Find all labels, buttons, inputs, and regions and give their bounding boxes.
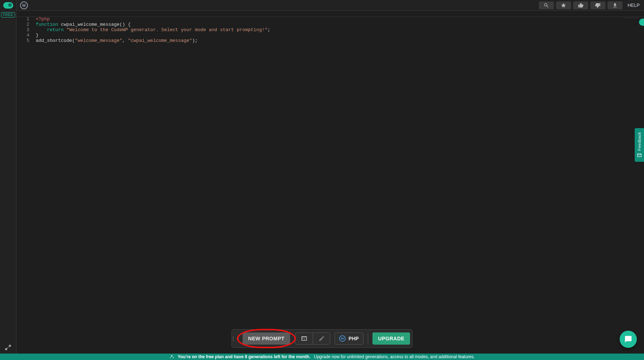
token: cwpai_welcome_message() { [58, 22, 131, 27]
pencil-icon [318, 335, 325, 342]
token: ); [192, 38, 198, 43]
banner-text: Upgrade now for unlimited generations, a… [314, 354, 475, 359]
line-number: 2 [16, 22, 29, 27]
feedback-label: Feedback [637, 132, 641, 151]
chat-fab[interactable] [620, 331, 637, 348]
plan-banner[interactable]: You're on the free plan and have 8 gener… [0, 354, 644, 360]
sparkle-icon [169, 354, 174, 359]
token-keyword: return [47, 27, 64, 33]
minimap: ·········· [625, 16, 638, 20]
mode-label: PHP [348, 336, 359, 341]
token-string: "welcome_message" [75, 38, 122, 43]
token-punct: ; [268, 27, 270, 33]
line-number: 3 [16, 27, 29, 33]
code-editor[interactable]: 1 2 3 4 5 <?php function cwpai_welcome_m… [16, 11, 644, 354]
left-rail: FREE [0, 11, 16, 354]
bottom-toolbar: ⋮⋮ NEW PROMPT W PHP UPGRADE [231, 329, 413, 348]
line-gutter: 1 2 3 4 5 [16, 16, 34, 43]
fullscreen-toggle[interactable] [4, 344, 12, 351]
favorite-button[interactable] [556, 1, 571, 9]
search-button[interactable] [539, 1, 554, 9]
drag-handle-icon[interactable]: ⋮⋮ [234, 336, 238, 341]
token-space [64, 27, 67, 33]
line-number: 5 [16, 38, 29, 43]
mode-selector[interactable]: W PHP [335, 332, 364, 345]
download-button[interactable] [608, 1, 623, 9]
divider [368, 333, 368, 344]
token: } [36, 33, 39, 38]
line-number: 1 [16, 16, 29, 22]
token-string: "Welcome to the CodeWP generator. Select… [67, 27, 268, 33]
edit-button[interactable] [313, 333, 330, 344]
feedback-icon [637, 153, 642, 158]
token-string: "cwpai_welcome_message" [128, 38, 192, 43]
token-indent [36, 27, 47, 33]
expand-icon [4, 344, 12, 351]
terminal-button[interactable] [296, 333, 313, 344]
codewp-logo[interactable] [0, 0, 16, 11]
terminal-icon [301, 335, 307, 342]
thumbs-down-button[interactable] [590, 1, 605, 9]
search-icon [543, 3, 549, 8]
header-left: W [0, 0, 31, 10]
new-prompt-highlight: NEW PROMPT [242, 332, 291, 345]
wordpress-icon: W [339, 335, 346, 342]
tool-segment [295, 332, 330, 345]
token: , [122, 38, 128, 43]
banner-bold: You're on the free plan and have 8 gener… [178, 354, 311, 359]
thumbs-up-button[interactable] [573, 1, 588, 9]
top-header: W HELP [0, 0, 644, 11]
plan-badge: FREE [1, 12, 15, 18]
header-actions: HELP [539, 1, 643, 9]
side-accent [639, 19, 644, 26]
help-link[interactable]: HELP [625, 3, 643, 8]
line-number: 4 [16, 33, 29, 38]
token-keyword: function [36, 22, 58, 27]
download-icon [612, 3, 618, 8]
token: add_shortcode( [36, 38, 75, 43]
star-icon [561, 3, 566, 8]
new-prompt-button[interactable]: NEW PROMPT [243, 332, 290, 345]
upgrade-button[interactable]: UPGRADE [372, 332, 410, 345]
chat-icon [624, 335, 632, 343]
code-body[interactable]: <?php function cwpai_welcome_message() {… [36, 16, 640, 43]
wordpress-icon[interactable]: W [17, 0, 31, 11]
thumbs-up-icon [578, 3, 584, 8]
thumbs-down-icon [595, 3, 601, 8]
token-phptag: <?php [36, 16, 50, 22]
feedback-tab[interactable]: Feedback [635, 128, 644, 162]
